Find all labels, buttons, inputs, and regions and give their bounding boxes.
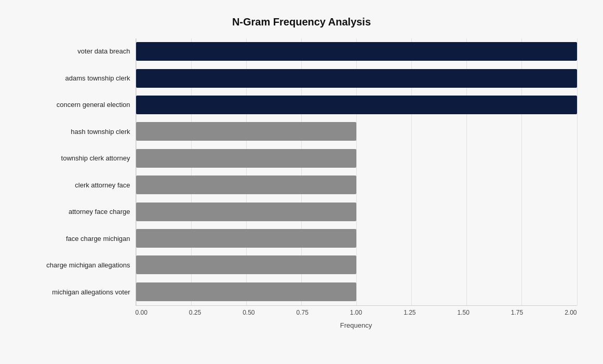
bar-row <box>136 279 577 304</box>
bar <box>136 122 357 141</box>
y-label: township clerk attorney <box>26 154 130 163</box>
y-label: face charge michigan <box>26 235 130 243</box>
bar-row <box>136 199 577 224</box>
bar-row <box>136 119 577 144</box>
x-tick-label: 0.25 <box>189 309 201 316</box>
bar-row <box>136 39 577 64</box>
x-tick-label: 1.25 <box>404 309 416 316</box>
bar-row <box>136 172 577 197</box>
bar-row <box>136 226 577 251</box>
chart-container: N-Gram Frequency Analysis voter data bre… <box>16 6 587 359</box>
grid-line <box>577 38 578 305</box>
bar-row <box>136 66 577 91</box>
x-axis-ticks-container: 0.000.250.500.751.001.251.501.752.00 Fre… <box>136 306 577 329</box>
y-label: hash township clerk <box>26 128 130 136</box>
y-label: voter data breach <box>26 47 130 56</box>
x-axis: 0.000.250.500.751.001.251.501.752.00 Fre… <box>26 306 577 329</box>
y-label: attorney face charge <box>26 208 130 216</box>
bar-row <box>136 252 577 277</box>
bar <box>136 282 357 301</box>
x-tick-label: 0.50 <box>243 309 254 316</box>
bar-row <box>136 92 577 117</box>
x-tick-label: 1.00 <box>350 309 362 316</box>
bar <box>136 255 357 274</box>
x-tick-label: 1.50 <box>457 309 469 316</box>
y-labels: voter data breachadams township clerkcon… <box>26 38 136 306</box>
bar <box>136 229 357 248</box>
bar <box>136 96 577 114</box>
bar-row <box>136 146 577 171</box>
bar <box>136 42 577 61</box>
bars-area <box>136 38 577 306</box>
x-tick-label: 1.75 <box>511 309 523 316</box>
y-label: clerk attorney face <box>26 181 130 190</box>
y-label: adams township clerk <box>26 74 130 83</box>
bar <box>136 203 357 221</box>
x-tick-label: 0.00 <box>136 309 148 316</box>
x-axis-title: Frequency <box>136 321 577 329</box>
bar <box>136 176 357 194</box>
x-tick-label: 0.75 <box>296 309 308 316</box>
x-tick-label: 2.00 <box>565 309 577 316</box>
y-label: michigan allegations voter <box>26 288 130 296</box>
bar <box>136 149 357 168</box>
y-label: concern general election <box>26 101 130 109</box>
bar <box>136 69 577 88</box>
chart-title: N-Gram Frequency Analysis <box>26 16 577 28</box>
y-label: charge michigan allegations <box>26 261 130 269</box>
